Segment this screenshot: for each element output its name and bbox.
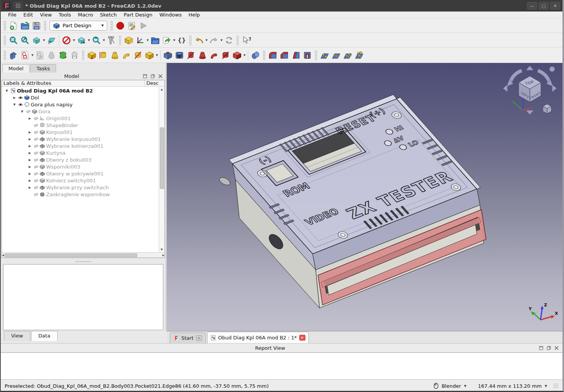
macro-edit-button[interactable] <box>126 20 138 32</box>
toolbar-handle[interactable] <box>119 35 121 45</box>
hidden-eye-icon[interactable] <box>33 116 38 121</box>
expander-icon[interactable]: ▶ <box>27 151 32 155</box>
tab-model[interactable]: Model <box>2 64 30 73</box>
workbench-selector[interactable]: Part Design ▼ <box>50 21 107 31</box>
subtractive-helix-button[interactable] <box>220 49 231 61</box>
toolbar-handle[interactable] <box>44 21 46 31</box>
draw-style-button[interactable] <box>61 34 72 46</box>
dock-splitter[interactable] <box>1 260 166 263</box>
panel-float-icon[interactable] <box>149 74 156 79</box>
tree-row[interactable]: ShapeBinder <box>2 122 159 129</box>
undo-button[interactable] <box>193 34 205 46</box>
new-document-button[interactable] <box>8 20 19 32</box>
expander-icon[interactable]: ▶ <box>27 172 32 175</box>
tree-row[interactable]: ▶ Wybranie korpusu001 <box>2 136 159 142</box>
menu-windows[interactable]: Windows <box>156 12 185 18</box>
macro-play-button[interactable] <box>138 20 149 32</box>
expander-icon[interactable]: ▶ <box>27 144 32 148</box>
chamfer-button[interactable] <box>279 49 290 61</box>
refresh-button[interactable] <box>223 34 235 46</box>
tree-row[interactable]: ▶ Wsporniki003 <box>2 163 159 170</box>
linear-pattern-button[interactable] <box>330 49 342 61</box>
minimize-button[interactable]: — <box>527 2 537 10</box>
navigation-cube[interactable]: TOP LEFT FRONT <box>501 65 559 118</box>
maximize-button[interactable]: ▢ <box>539 2 549 10</box>
boolean-button[interactable] <box>250 49 261 61</box>
chevron-down-icon[interactable]: ▼ <box>220 39 223 42</box>
additive-loft-button[interactable] <box>109 49 121 61</box>
open-document-button[interactable] <box>19 20 31 32</box>
chevron-down-icon[interactable]: ▼ <box>464 384 466 388</box>
viewport-dimensions[interactable]: 167.44 mm x 113.20 mm <box>478 383 542 389</box>
thickness-button[interactable] <box>302 49 313 61</box>
expander-icon[interactable]: ▶ <box>27 186 32 189</box>
measure-button[interactable] <box>106 34 117 46</box>
panel-close-icon[interactable] <box>157 74 163 79</box>
panel-float-icon[interactable] <box>546 346 552 351</box>
toolbar-handle[interactable] <box>189 35 192 45</box>
fit-selection-button[interactable] <box>19 34 31 46</box>
hidden-eye-icon[interactable] <box>33 192 38 197</box>
expander-icon[interactable]: ▼ <box>12 103 17 106</box>
toolbar-handle[interactable] <box>3 50 6 60</box>
fit-all-button[interactable] <box>8 34 19 46</box>
polar-pattern-button[interactable] <box>342 49 353 61</box>
create-sketch-button[interactable] <box>19 49 31 61</box>
scroll-left-icon[interactable]: ◀ <box>2 253 4 258</box>
chevron-down-icon[interactable]: ▼ <box>102 39 106 42</box>
save-document-button[interactable] <box>31 20 42 32</box>
tree-row[interactable]: ▶ Dol <box>2 94 159 101</box>
additive-pipe-button[interactable] <box>121 49 132 61</box>
expander-icon[interactable]: ▼ <box>20 110 25 113</box>
tab-data[interactable]: Data <box>31 331 58 341</box>
map-sketch-button[interactable] <box>46 49 57 61</box>
create-body-button[interactable] <box>8 49 19 61</box>
close-button[interactable]: ✕ <box>550 2 560 10</box>
align-view-button[interactable] <box>46 34 57 46</box>
column-labels[interactable]: Labels & Attributes <box>2 80 145 86</box>
hidden-eye-icon[interactable] <box>33 164 38 169</box>
pocket-button[interactable] <box>162 49 174 61</box>
expression-button[interactable]: {} <box>176 34 187 46</box>
tree-row[interactable]: ▼ Gora <box>2 108 159 115</box>
axis-cross-button[interactable] <box>134 34 146 46</box>
menu-macro[interactable]: Macro <box>75 12 96 18</box>
chevron-down-icon[interactable]: ▼ <box>31 54 34 57</box>
nav-style-selector[interactable]: Blender <box>441 383 461 389</box>
subtractive-loft-button[interactable] <box>197 49 208 61</box>
multitransform-button[interactable] <box>353 49 365 61</box>
menu-sketch[interactable]: Sketch <box>96 12 120 18</box>
tree-row[interactable]: ▼ Gora plus napisy <box>2 101 159 108</box>
visible-eye-icon[interactable] <box>18 95 23 100</box>
chevron-down-icon[interactable]: ▼ <box>243 54 246 57</box>
hidden-eye-icon[interactable] <box>33 137 38 142</box>
hidden-eye-icon[interactable] <box>33 151 38 155</box>
hidden-eye-icon[interactable] <box>33 144 38 149</box>
report-view-content[interactable] <box>1 352 562 379</box>
groove-button[interactable] <box>185 49 197 61</box>
hidden-eye-icon[interactable] <box>33 178 38 183</box>
hidden-eye-icon[interactable] <box>33 185 38 190</box>
window-menu-icon[interactable] <box>14 2 22 10</box>
tree-row[interactable]: ▶ Otwory z boku003 <box>2 156 159 163</box>
chevron-down-icon[interactable]: ▼ <box>545 384 547 388</box>
subtractive-primitive-button[interactable] <box>231 49 243 61</box>
rotate-view-button[interactable] <box>76 34 87 46</box>
scroll-down-icon[interactable]: ▼ <box>161 247 163 252</box>
toolbar-handle[interactable] <box>82 50 85 60</box>
tree-row[interactable]: ▶ Origin001 <box>2 115 159 122</box>
3d-viewport[interactable]: (-) RESET (+) HI ΔV LO ROM VIDEO ZX TEST… <box>167 63 562 331</box>
new-group-button[interactable] <box>149 34 161 46</box>
expander-icon[interactable]: ▶ <box>27 137 32 141</box>
revolution-button[interactable] <box>98 49 109 61</box>
panel-minimize-icon[interactable] <box>142 74 148 79</box>
resize-grip[interactable] <box>553 383 559 389</box>
chevron-down-icon[interactable]: ▼ <box>146 39 149 42</box>
toolbar-handle[interactable] <box>315 50 317 60</box>
menu-file[interactable]: File <box>5 12 20 18</box>
tree-vertical-scrollbar[interactable]: ▲ ▼ <box>159 87 164 252</box>
axonometric-view-button[interactable] <box>31 34 42 46</box>
visible-eye-icon[interactable] <box>18 102 23 107</box>
expander-icon[interactable]: ▶ <box>27 158 32 162</box>
chevron-down-icon[interactable]: ▼ <box>72 39 76 42</box>
